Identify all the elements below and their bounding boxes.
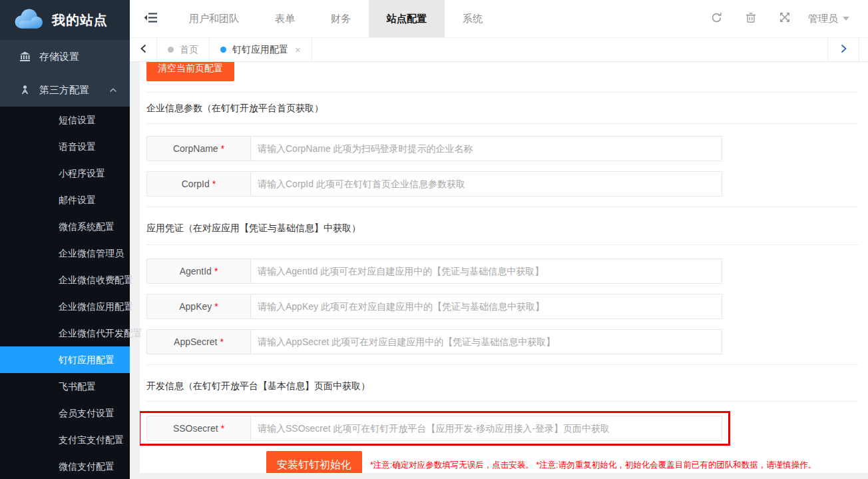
sidebar-subitem-voice[interactable]: 语音设置	[0, 133, 130, 160]
sidebar-item-label: 第三方配置	[39, 84, 89, 97]
appkey-input[interactable]	[251, 294, 722, 318]
tab-status-dot	[168, 47, 174, 53]
chevron-down-icon	[843, 17, 849, 21]
tab-label: 钉钉应用配置	[232, 44, 288, 56]
corpid-input[interactable]	[251, 172, 722, 196]
tab-bar: 首页 钉钉应用配置 ×	[130, 38, 868, 62]
app-window: 我的站点 存储设置	[0, 0, 868, 479]
tabs-scroll-right-button[interactable]	[827, 38, 859, 61]
sidebar-subitem-miniprogram[interactable]: 小程序设置	[0, 160, 130, 187]
sidebar-subitem-sms[interactable]: 短信设置	[0, 107, 130, 133]
sidebar-subitem-alipay[interactable]: 支付宝支付配置	[0, 426, 130, 453]
user-icon	[19, 85, 31, 95]
field-label-text: AgentId	[180, 266, 212, 276]
nav-item-forms[interactable]: 表单	[257, 0, 313, 37]
fullscreen-icon	[779, 12, 790, 25]
divider	[146, 401, 859, 402]
field-input-wrap	[251, 258, 722, 284]
ssosecret-input[interactable]	[251, 416, 722, 440]
logo[interactable]: 我的站点	[0, 0, 130, 40]
sidebar-subitem-dingtalk-app[interactable]: 钉钉应用配置	[0, 346, 130, 373]
nav-item-finance[interactable]: 财务	[313, 0, 369, 37]
sidebar-item-thirdparty-config[interactable]: 第三方配置	[0, 73, 130, 107]
field-label-agentid: AgentId*	[146, 258, 251, 284]
main-content: 清空当前页配置 企业信息参数（在钉钉开放平台首页获取） CorpName* Co…	[130, 62, 868, 479]
tab-home[interactable]: 首页	[157, 38, 210, 61]
collapse-menu-icon	[144, 12, 158, 26]
field-label-corpid: CorpId*	[146, 171, 251, 197]
refresh-icon	[711, 12, 722, 26]
sidebar-subitem-member-pay[interactable]: 会员支付设置	[0, 400, 130, 426]
sidebar-subitem-feishu[interactable]: 飞书配置	[0, 373, 130, 400]
tab-label: 首页	[180, 44, 198, 56]
sidebar-item-storage-settings[interactable]: 存储设置	[0, 40, 130, 73]
section-title-corp-info: 企业信息参数（在钉钉开放平台首页获取）	[146, 102, 861, 114]
chevron-up-icon	[108, 85, 118, 96]
sidebar-subitem-wecom-devproxy[interactable]: 企业微信代开发配置	[0, 320, 130, 346]
sidebar-subitem-wecom-billing[interactable]: 企业微信收费配置	[0, 266, 130, 293]
sidebar-item-label: 存储设置	[39, 51, 79, 63]
clear-page-config-button[interactable]: 清空当前页配置	[146, 62, 234, 81]
install-warning-text: *注意:确定对应参数填写无误后，点击安装。 *注意:请勿重复初始化，初始化会覆盖…	[370, 460, 816, 471]
divider	[146, 123, 859, 124]
form-row-corpname: CorpName*	[146, 136, 722, 161]
top-header: 用户和团队 表单 财务 站点配置 系统	[130, 0, 868, 38]
appsecret-input[interactable]	[251, 330, 722, 354]
nav-item-system[interactable]: 系统	[445, 0, 501, 37]
install-row: 安装钉钉初始化 *注意:确定对应参数填写无误后，点击安装。 *注意:请勿重复初始…	[146, 451, 861, 473]
top-nav: 用户和团队 表单 财务 站点配置 系统	[171, 0, 501, 37]
field-label-appsecret: AppSecret*	[146, 329, 251, 354]
fullscreen-button[interactable]	[767, 0, 801, 37]
required-asterisk: *	[212, 179, 216, 189]
form-row-ssosecret: SSOsecret*	[146, 416, 722, 441]
form-row-corpid: CorpId*	[146, 171, 722, 197]
required-asterisk: *	[221, 423, 224, 434]
tabs-scroll-left-button[interactable]	[130, 38, 157, 61]
divider	[146, 207, 859, 207]
close-tab-icon[interactable]: ×	[295, 45, 301, 55]
clear-trash-button[interactable]	[734, 0, 767, 37]
divider	[146, 92, 859, 93]
field-label-appkey: AppKey*	[146, 294, 251, 319]
user-menu[interactable]: 管理员	[801, 0, 868, 37]
field-input-wrap	[251, 294, 722, 319]
install-dingtalk-init-button[interactable]: 安装钉钉初始化	[266, 451, 362, 473]
field-label-text: CorpName	[173, 143, 218, 154]
cloud-icon	[11, 7, 45, 33]
field-label-text: CorpId	[182, 179, 210, 189]
tab-status-dot	[220, 47, 226, 53]
field-label-ssosecret: SSOsecret*	[146, 416, 251, 441]
trash-icon	[746, 12, 756, 26]
required-asterisk: *	[214, 266, 218, 276]
sidebar-subitem-wechat-pay[interactable]: 微信支付配置	[0, 453, 130, 479]
field-label-text: SSOsecret	[173, 423, 218, 434]
corpname-input[interactable]	[251, 137, 722, 161]
agentid-input[interactable]	[251, 259, 722, 283]
user-menu-label: 管理员	[808, 13, 838, 25]
content-panel: 清空当前页配置 企业信息参数（在钉钉开放平台首页获取） CorpName* Co…	[140, 62, 868, 473]
divider	[146, 244, 859, 245]
sidebar-submenu: 短信设置 语音设置 小程序设置 邮件设置 微信系统配置 企业微信管理员 企业微信…	[0, 107, 130, 479]
sidebar-subitem-wecom-admin[interactable]: 企业微信管理员	[0, 240, 130, 266]
sidebar: 我的站点 存储设置	[0, 0, 130, 479]
collapse-sidebar-button[interactable]	[130, 0, 171, 37]
form-row-appsecret: AppSecret*	[146, 329, 722, 354]
field-label-corpname: CorpName*	[146, 136, 251, 161]
field-label-text: AppSecret	[174, 336, 217, 347]
required-asterisk: *	[220, 336, 223, 347]
field-input-wrap	[251, 416, 722, 441]
sidebar-subitem-wechat-system[interactable]: 微信系统配置	[0, 213, 130, 240]
nav-item-site-config[interactable]: 站点配置	[369, 0, 445, 37]
required-asterisk: *	[221, 143, 224, 154]
tab-dingtalk-config[interactable]: 钉钉应用配置 ×	[210, 38, 312, 61]
form-row-appkey: AppKey*	[146, 294, 722, 319]
sidebar-subitem-wecom-app[interactable]: 企业微信应用配置	[0, 293, 130, 320]
sidebar-menu: 存储设置 第三方配置	[0, 40, 130, 107]
refresh-button[interactable]	[700, 0, 734, 37]
highlight-annotation-box: SSOsecret*	[140, 411, 730, 446]
sidebar-subitem-mail[interactable]: 邮件设置	[0, 187, 130, 213]
nav-item-users-teams[interactable]: 用户和团队	[171, 0, 257, 37]
section-title-app-credentials: 应用凭证（在对应应用【凭证与基础信息】中获取）	[146, 222, 861, 234]
chevron-right-icon	[840, 44, 847, 56]
field-label-text: AppKey	[179, 301, 212, 312]
